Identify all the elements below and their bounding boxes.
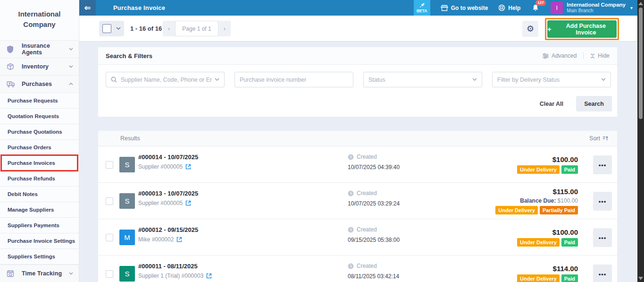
go-to-website-link[interactable]: Go to website (441, 5, 488, 11)
invoice-amount: $100.00 (552, 155, 578, 163)
collapse-sidebar-button[interactable]: ⇐ (79, 0, 96, 16)
results-card: Results Sort S#000014 - 10/07/2025Suppli… (98, 131, 617, 282)
contact-name[interactable]: Mike #000002 (138, 236, 174, 243)
chevron-down-icon (69, 65, 73, 68)
sidebar-subitem-quotation-requests[interactable]: Quotation Requests (0, 109, 79, 124)
sliders-icon (543, 53, 549, 59)
lifebuoy-icon (498, 4, 505, 11)
select-all-dropdown[interactable] (99, 21, 124, 36)
sidebar-subitem-label: Suppliers Settings (8, 254, 55, 259)
invoice-title[interactable]: #000011 - 08/11/2025 (138, 263, 198, 270)
prev-page-button[interactable]: ‹ (163, 21, 175, 36)
notifications-button[interactable]: 127 (532, 4, 539, 12)
sidebar-item-purchases[interactable]: Purchases (0, 75, 79, 93)
balance-due-label: Balance Due: (520, 197, 556, 204)
sidebar-subitem-purchase-orders[interactable]: Purchase Orders (0, 140, 79, 155)
invoice-row: S#000014 - 10/07/2025Supplier #000005Cre… (98, 146, 617, 183)
status-badges: Under DeliveryPaid (517, 274, 578, 282)
purchases-submenu: Purchase RequestsQuotation RequestsPurch… (0, 93, 79, 265)
delivery-status-select[interactable]: Filter by Delivery Status (492, 72, 611, 87)
sidebar-subitem-suppliers-payments[interactable]: Suppliers Payments (0, 218, 79, 233)
sidebar-subitem-label: Purchase Invoices (8, 160, 55, 166)
invoice-number-input[interactable]: Purchase invoice number (234, 72, 353, 87)
contact-avatar: S (119, 266, 135, 282)
contact-name[interactable]: Supplier #000005 (138, 163, 183, 170)
sidebar-subitem-suppliers-settings[interactable]: Suppliers Settings (0, 249, 79, 265)
sidebar-subitem-label: Purchase Requests (8, 98, 58, 103)
sort-icon (603, 136, 609, 141)
pagination: ‹ Page 1 of 1 › (163, 21, 231, 36)
supplier-search-select[interactable]: Supplier Name, Code, Phone or Er (106, 72, 225, 87)
scroll-up-arrow[interactable] (638, 2, 643, 5)
sidebar-subitem-debit-notes[interactable]: Debit Notes (0, 187, 79, 202)
sidebar-subitem-purchase-invoices[interactable]: Purchase Invoices (0, 155, 79, 171)
advanced-filters-link[interactable]: Advanced (543, 52, 577, 59)
sidebar-subitem-purchase-requests[interactable]: Purchase Requests (0, 93, 79, 109)
sidebar-item-inventory[interactable]: Inventory (0, 58, 79, 75)
created-text: Created (357, 154, 377, 160)
external-link-button[interactable] (206, 273, 212, 279)
search-icon (111, 77, 117, 83)
settings-gear-button[interactable]: ⚙ (522, 21, 538, 37)
sidebar-subitem-label: Purchase Orders (8, 145, 51, 150)
external-link-icon (206, 273, 212, 279)
search-button[interactable]: Search (576, 96, 612, 111)
clock-icon (348, 190, 354, 197)
contact-name[interactable]: Supplier #000005 (138, 200, 183, 206)
scroll-down-arrow[interactable] (638, 277, 643, 280)
beta-button[interactable]: BETA (414, 0, 430, 16)
status-badges: Under DeliveryPaid (517, 165, 578, 174)
invoice-title[interactable]: #000014 - 10/07/2025 (138, 154, 198, 161)
row-checkbox[interactable] (106, 270, 113, 278)
created-label: Created (348, 190, 377, 197)
select-all-checkbox[interactable] (102, 24, 111, 33)
row-checkbox[interactable] (106, 197, 113, 205)
help-link[interactable]: Help (498, 4, 520, 11)
hide-filters-link[interactable]: Hide (590, 52, 610, 59)
invoice-row: M#000012 - 09/15/2025Mike #000002Created… (98, 219, 617, 256)
add-purchase-invoice-button[interactable]: + Add Purchase Invoice (547, 20, 617, 38)
sort-button[interactable]: Sort (589, 135, 609, 142)
row-checkbox[interactable] (106, 234, 113, 241)
scrollbar-thumb[interactable] (639, 8, 643, 119)
sidebar-subitem-purchase-refunds[interactable]: Purchase Refunds (0, 171, 79, 187)
sidebar-item-time-tracking[interactable]: Time Tracking (0, 265, 79, 282)
row-actions-menu-button[interactable]: ••• (593, 155, 612, 174)
status-badge-under-delivery: Under Delivery (517, 165, 560, 174)
clock-icon (348, 154, 354, 160)
chevron-down-icon (601, 78, 606, 81)
account-menu[interactable]: I International Company Main Branch ▾ (551, 2, 633, 14)
amount-status-block: $115.00Balance Due: $100.00Under Deliver… (495, 183, 578, 219)
external-link-button[interactable] (185, 164, 191, 170)
created-label: Created (348, 263, 377, 269)
invoice-row: S#000011 - 08/11/2025Supplier 1 (Trial) … (98, 256, 617, 282)
sidebar-subitem-label: Debit Notes (8, 191, 38, 197)
external-link-button[interactable] (176, 237, 182, 242)
status-select[interactable]: Status (363, 72, 482, 87)
row-checkbox[interactable] (106, 161, 113, 169)
row-actions-menu-button[interactable]: ••• (593, 192, 612, 211)
invoice-title[interactable]: #000012 - 09/15/2025 (138, 226, 198, 233)
external-link-icon (185, 200, 191, 206)
toolbar: 1 - 16 of 16 ‹ Page 1 of 1 › ⚙ + Add Pur… (79, 16, 637, 42)
contact-name[interactable]: Supplier 1 (Trial) #000003 (138, 273, 203, 279)
collapse-icon (590, 53, 595, 59)
created-label: Created (348, 226, 377, 233)
external-link-button[interactable] (185, 200, 191, 206)
contact-avatar: S (119, 193, 135, 209)
page-title: Purchase Invoice (113, 0, 165, 16)
status-badges: Under DeliveryPaid (517, 238, 578, 247)
row-actions-menu-button[interactable]: ••• (593, 265, 612, 282)
invoice-title[interactable]: #000013 - 10/07/2025 (138, 190, 198, 197)
search-filters-title: Search & Filters (106, 52, 152, 60)
contact-line: Mike #000002 (138, 236, 182, 243)
invoice-amount: $115.00 (553, 188, 578, 196)
sidebar-subitem-manage-suppliers[interactable]: Manage Suppliers (0, 202, 79, 218)
next-page-button[interactable]: › (218, 21, 231, 36)
sidebar-subitem-purchase-quotations[interactable]: Purchase Quotations (0, 124, 79, 140)
row-actions-menu-button[interactable]: ••• (593, 228, 612, 247)
clear-all-link[interactable]: Clear All (540, 101, 563, 107)
vertical-scrollbar[interactable] (637, 0, 644, 282)
sidebar-subitem-purchase-invoice-settings[interactable]: Purchase Invoice Settings (0, 233, 79, 249)
sidebar-item-insurance-agents[interactable]: Insurance Agents (0, 40, 79, 58)
